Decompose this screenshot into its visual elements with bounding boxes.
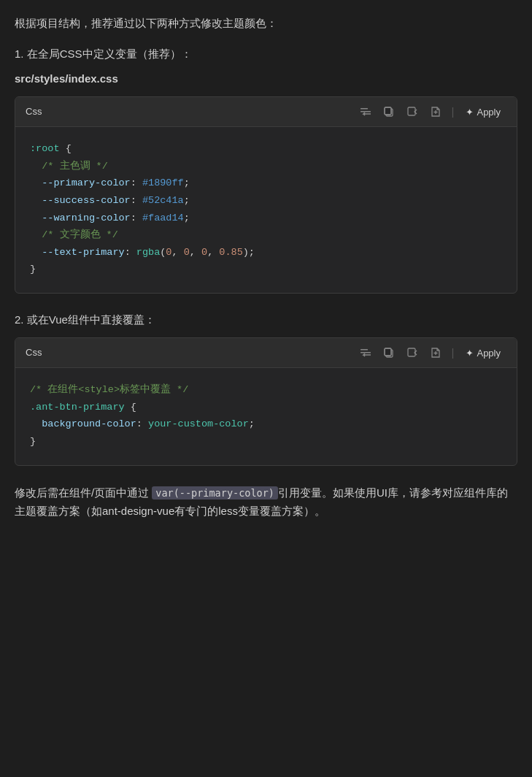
sparkle-icon-2: ✦ <box>466 348 474 359</box>
insert-icon <box>406 106 418 118</box>
copy-icon-2 <box>383 347 395 359</box>
code-line: background-color: your-custom-color; <box>30 416 502 433</box>
apply-button-2[interactable]: ✦ Apply <box>460 345 506 361</box>
code-line: :root { <box>30 140 502 158</box>
apply-label-2: Apply <box>477 348 501 359</box>
wrap-button-1[interactable] <box>355 103 376 120</box>
svg-rect-3 <box>385 107 391 115</box>
svg-rect-0 <box>361 108 368 110</box>
svg-rect-1 <box>361 111 371 112</box>
section1-label: 1. 在全局CSS中定义变量（推荐）： <box>15 45 517 63</box>
svg-rect-8 <box>361 349 368 351</box>
code-actions-1: | ✦ Apply <box>355 103 506 120</box>
code-line: } <box>30 433 502 451</box>
code-lang-2: Css <box>26 345 355 361</box>
divider-2: | <box>452 344 455 361</box>
insert-button-1[interactable] <box>402 103 423 120</box>
wrap-icon-2 <box>360 347 371 359</box>
newfile-icon <box>430 106 442 118</box>
code-actions-2: | ✦ Apply <box>355 344 506 361</box>
newfile-button-1[interactable] <box>425 103 446 120</box>
copy-icon <box>383 106 395 118</box>
sparkle-icon-1: ✦ <box>466 107 474 118</box>
code-block-1: Css <box>15 96 517 294</box>
code-line: /* 主色调 */ <box>30 158 502 175</box>
code-block-2-header: Css <box>15 338 517 368</box>
newfile-icon-2 <box>430 347 442 359</box>
code-body-2: /* 在组件<style>标签中覆盖 */ .ant-btn-primary {… <box>15 368 517 465</box>
wrap-icon <box>360 106 371 118</box>
code-line: .ant-btn-primary { <box>30 399 502 416</box>
insert-icon-2 <box>406 347 418 359</box>
code-line: /* 在组件<style>标签中覆盖 */ <box>30 381 502 399</box>
code-line: --warning-color: #faad14; <box>30 210 502 227</box>
copy-button-2[interactable] <box>379 344 399 361</box>
code-block-1-header: Css <box>15 97 517 127</box>
newfile-button-2[interactable] <box>425 344 446 361</box>
apply-button-1[interactable]: ✦ Apply <box>460 104 506 120</box>
intro-text: 根据项目结构，推荐通过以下两种方式修改主题颜色： <box>15 15 517 32</box>
code-line: --primary-color: #1890ff; <box>30 175 502 192</box>
code-lang-1: Css <box>26 104 355 120</box>
section1-filepath: src/styles/index.css <box>15 70 517 88</box>
svg-rect-9 <box>361 352 371 353</box>
code-line: /* 文字颜色 */ <box>30 226 502 244</box>
code-line: --text-primary: rgba(0, 0, 0, 0.85); <box>30 244 502 261</box>
apply-label-1: Apply <box>477 107 501 118</box>
code-body-1: :root { /* 主色调 */ --primary-color: #1890… <box>15 127 517 293</box>
outro-text: 修改后需在组件/页面中通过 var(--primary-color)引用变量。如… <box>15 483 517 521</box>
svg-rect-13 <box>408 348 415 356</box>
code-block-2: Css <box>15 337 517 466</box>
code-line: } <box>30 261 502 278</box>
svg-rect-11 <box>385 348 391 356</box>
wrap-button-2[interactable] <box>355 344 376 361</box>
section2-label: 2. 或在Vue组件中直接覆盖： <box>15 311 517 329</box>
copy-button-1[interactable] <box>379 103 399 120</box>
svg-rect-5 <box>408 107 415 115</box>
insert-button-2[interactable] <box>402 344 423 361</box>
code-line: --success-color: #52c41a; <box>30 192 502 210</box>
outro-highlight: var(--primary-color) <box>152 486 278 500</box>
outro-text-before: 修改后需在组件/页面中通过 <box>15 486 149 499</box>
divider-1: | <box>452 103 455 120</box>
